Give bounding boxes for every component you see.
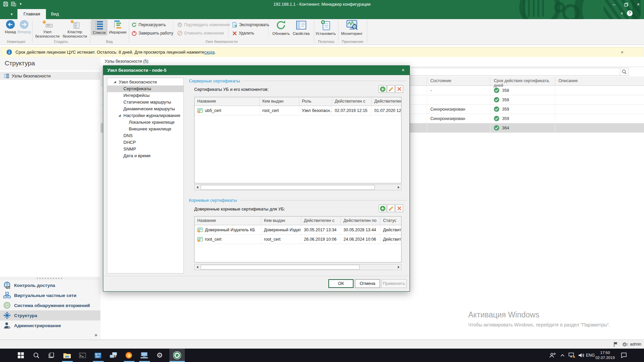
file-menu-button[interactable]: ▾ <box>5 9 19 19</box>
scroll-left-icon[interactable] <box>197 186 198 189</box>
taskbar-clock[interactable]: 17:50 02.07.2019 <box>594 350 616 360</box>
tab-glavnaya[interactable]: Главная <box>17 9 46 19</box>
install-button[interactable]: Установить <box>315 20 337 36</box>
dialog-tree-item[interactable]: Внешнее хранилище <box>107 126 184 132</box>
col-header-valid-from[interactable]: Действителен с <box>332 97 372 106</box>
add-root-cert-button[interactable] <box>379 204 386 212</box>
monitoring-button[interactable]: Мониторинг <box>339 20 364 36</box>
sidebar-item-structure[interactable]: Структура <box>0 310 100 320</box>
search-icon[interactable] <box>620 68 628 75</box>
col-header-issuer[interactable]: Кем выдан <box>260 97 299 106</box>
column-header-description[interactable]: Описание <box>555 76 644 85</box>
remote-desktop-icon[interactable] <box>107 349 120 362</box>
properties-button[interactable]: Свойства <box>291 20 311 36</box>
scrollbar-thumb[interactable] <box>201 185 375 190</box>
col-header-name[interactable]: Название <box>195 217 261 225</box>
create-node-button[interactable]: Узел безопасности <box>35 20 60 39</box>
paste-config-icon[interactable] <box>11 2 16 6</box>
terminal-icon[interactable] <box>76 349 89 362</box>
revert-changes-button[interactable]: Отменить изменения <box>177 29 224 37</box>
reload-button[interactable]: Перезагрузить <box>131 21 166 28</box>
col-header-role[interactable]: Роль <box>299 97 332 106</box>
edit-root-cert-button[interactable] <box>387 204 395 212</box>
firefox-icon[interactable] <box>122 349 136 362</box>
content-tab-label[interactable]: Узлы безопасности (5) <box>105 59 148 64</box>
forward-button[interactable]: Вперед <box>17 20 31 34</box>
start-button[interactable] <box>14 349 28 362</box>
shutdown-button[interactable]: Завершить работу <box>131 29 173 37</box>
dialog-tree-item[interactable]: Узел безопасности <box>107 79 184 85</box>
sidebar-item-access-control[interactable]: Контроль доступа <box>0 280 100 290</box>
ok-button[interactable]: ОК <box>328 279 354 288</box>
close-button[interactable]: × <box>633 0 644 9</box>
dialog-tree-item[interactable]: Динамические маршруты <box>107 106 184 112</box>
management-console-icon[interactable] <box>91 349 105 362</box>
dialog-tree-item[interactable]: Локальное хранилище <box>107 119 184 126</box>
save-icon[interactable] <box>3 2 8 6</box>
create-cluster-button[interactable]: Кластер безопасности <box>61 20 89 39</box>
scroll-right-icon[interactable] <box>398 266 399 268</box>
add-cert-button[interactable] <box>379 85 386 93</box>
col-header-valid-from[interactable]: Действителен с <box>301 217 341 225</box>
dialog-tree-item[interactable]: DHCP <box>107 139 184 146</box>
server-certs-hscrollbar[interactable] <box>194 184 401 190</box>
col-header-issuer[interactable]: Кем выдан <box>261 217 301 225</box>
dialog-close-icon[interactable]: × <box>397 66 410 75</box>
col-header-valid-to[interactable]: Действителен по <box>341 217 380 225</box>
dialog-tree-item[interactable]: SNMP <box>107 146 184 153</box>
dialog-tree-item-selected[interactable]: Сертификаты <box>107 85 184 92</box>
cert-table-row[interactable]: ub5_cert root_cert Узел безопасн... 02.0… <box>195 106 401 115</box>
sidebar-item-ids[interactable]: Система обнаружения вторжений <box>0 300 100 310</box>
sidebar-item-vpn[interactable]: Виртуальные частные сети <box>0 290 100 300</box>
column-header-cert-days[interactable]: Срок действия сертификата, дней <box>490 76 555 85</box>
collapse-ribbon-icon[interactable]: ∧ <box>621 11 623 15</box>
col-header-status[interactable]: Статус <box>380 217 401 225</box>
edit-cert-button[interactable] <box>387 85 395 93</box>
export-button[interactable]: Экспортировать <box>232 21 269 28</box>
notification-close-icon[interactable]: × <box>621 50 624 55</box>
confirm-changes-button[interactable]: Подтвердить изменения <box>177 21 230 28</box>
scrollbar-thumb[interactable] <box>201 265 360 269</box>
scroll-right-icon[interactable] <box>398 186 399 189</box>
cancel-button[interactable]: Отмена <box>355 279 380 288</box>
cert-table-row[interactable]: Доверенный Издатель КБ Доверенный Издат.… <box>195 225 401 235</box>
taskbar-search-icon[interactable] <box>30 349 43 362</box>
tab-vid[interactable]: Вид <box>45 9 65 19</box>
minimize-button[interactable]: – <box>608 0 620 9</box>
sidebar-item-administration[interactable]: Администрирование <box>0 320 100 330</box>
settings-gear-icon[interactable]: ⚙ <box>153 349 166 362</box>
sidebar-collapse-chevron[interactable]: » <box>95 332 97 338</box>
delete-button[interactable]: Удалить <box>232 29 254 37</box>
qat-dropdown-icon[interactable]: ▼ <box>19 2 22 6</box>
restore-button[interactable] <box>621 0 632 9</box>
dialog-tree-item[interactable]: Настройки журналирования <box>107 112 184 119</box>
col-header-valid-to[interactable]: Действителен по <box>372 97 401 106</box>
help-icon[interactable]: ? <box>627 10 633 16</box>
continent-app-icon[interactable] <box>170 349 184 362</box>
back-button[interactable]: Назад <box>4 20 17 34</box>
dialog-tree-item[interactable]: Дата и время <box>107 153 184 159</box>
delete-root-cert-button[interactable] <box>395 204 403 212</box>
license-link[interactable]: сюда <box>204 50 215 55</box>
cert-table-row[interactable]: root_cert root_cert 26.06.2019 10:06 24.… <box>195 235 401 244</box>
column-header-state[interactable]: Состояние <box>427 76 490 85</box>
delete-cert-button[interactable] <box>395 85 403 93</box>
tree-item-security-nodes[interactable]: Узлы безопасности <box>0 72 100 80</box>
dialog-tree-item[interactable]: Интерфейсы <box>107 92 184 99</box>
root-certs-hscrollbar[interactable] <box>194 264 401 270</box>
workstation-icon[interactable] <box>138 349 151 362</box>
sidebar-splitter[interactable] <box>0 277 100 280</box>
refresh-button[interactable]: Обновить <box>272 20 290 36</box>
task-view-icon[interactable] <box>45 349 58 362</box>
dialog-tree-item[interactable]: Статические маршруты <box>107 99 184 106</box>
flag-icon[interactable] <box>613 342 619 347</box>
hierarchy-view-button[interactable]: Иерархия <box>108 20 127 35</box>
col-header-name[interactable]: Название <box>195 97 260 106</box>
list-view-button[interactable]: Список <box>91 20 107 35</box>
action-center-icon[interactable] <box>617 349 631 362</box>
apply-button[interactable]: Применить <box>381 279 407 288</box>
file-explorer-icon[interactable] <box>60 349 74 362</box>
dialog-tree-item[interactable]: DNS <box>107 132 184 139</box>
root-certs-section: Корневые сертификаты <box>189 198 406 203</box>
scroll-left-icon[interactable] <box>197 266 198 268</box>
